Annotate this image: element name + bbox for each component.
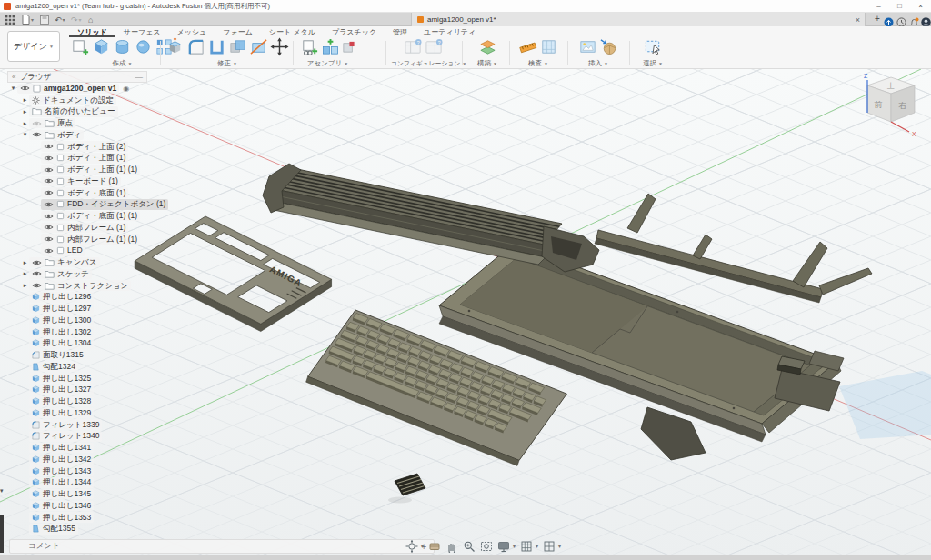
orbit-icon[interactable]	[405, 540, 418, 553]
ribbon-tab-0[interactable]: ソリッド	[69, 26, 115, 37]
visibility-eye-icon[interactable]	[20, 85, 30, 92]
visibility-eye-icon[interactable]	[44, 201, 54, 208]
group-label-construct[interactable]: 構築	[477, 59, 491, 67]
ribbon-tab-4[interactable]: シート メタル	[261, 26, 324, 37]
tree-row-32[interactable]: 押し出し1342	[7, 454, 147, 465]
viewcube-face-front[interactable]: 前	[875, 100, 883, 109]
tree-row-6[interactable]: ボディ・上面 (1)	[7, 153, 147, 165]
tree-expand-icon[interactable]: ▸	[21, 96, 29, 104]
ribbon-tab-6[interactable]: 管理	[385, 26, 415, 37]
visibility-eye-icon[interactable]	[44, 155, 54, 162]
visibility-eye-icon[interactable]	[32, 120, 42, 127]
fit-icon[interactable]	[480, 540, 493, 553]
group-label-configure[interactable]: コンフィギュレーション	[391, 60, 460, 66]
extrude-icon[interactable]	[92, 37, 111, 56]
tree-row-21[interactable]: 押し出し1302	[7, 326, 147, 338]
save-icon[interactable]	[40, 14, 49, 25]
viewports-icon[interactable]	[543, 540, 556, 553]
redo-icon[interactable]: ↷▾	[71, 14, 82, 25]
tree-row-27[interactable]: 押し出し1328	[7, 395, 147, 407]
new-tab-button[interactable]: +	[871, 13, 884, 26]
visibility-eye-icon[interactable]	[44, 166, 54, 174]
group-label-assemble[interactable]: アセンブリ	[307, 59, 342, 67]
tree-row-37[interactable]: 押し出し1353	[7, 512, 147, 524]
tree-row-11[interactable]: ボディ・底面 (1) (1)	[7, 210, 147, 222]
pan-icon[interactable]	[445, 540, 458, 553]
combine-icon[interactable]	[228, 37, 247, 56]
shell-icon[interactable]	[207, 37, 226, 56]
move-icon[interactable]	[270, 37, 289, 56]
tree-row-26[interactable]: 押し出し1327	[7, 385, 147, 396]
document-tab[interactable]: amiga1200_open v1* ×	[411, 13, 866, 26]
revolve-icon[interactable]	[113, 37, 132, 56]
select-icon[interactable]	[644, 37, 663, 56]
tree-expand-icon[interactable]: ▸	[21, 270, 29, 277]
tree-row-24[interactable]: 勾配1324	[7, 361, 147, 373]
tree-row-35[interactable]: 押し出し1345	[7, 488, 147, 500]
panel-scroll-arrow-icon[interactable]: ▾	[0, 487, 4, 495]
visibility-eye-icon[interactable]	[44, 224, 54, 231]
measure-icon[interactable]	[518, 37, 537, 56]
visibility-eye-icon[interactable]	[44, 213, 54, 220]
browser-panel-header[interactable]: « ブラウザ —	[7, 71, 147, 83]
orbit-caret-icon[interactable]: ▾	[421, 543, 424, 549]
split-body-icon[interactable]	[249, 37, 268, 56]
tree-row-9[interactable]: ボディ・底面 (1)	[7, 187, 147, 199]
group-label-inspect[interactable]: 検査	[528, 59, 542, 67]
tree-row-12[interactable]: 内部フレーム (1)	[7, 222, 147, 234]
construct-plane-icon[interactable]	[478, 37, 497, 56]
ribbon-tab-3[interactable]: フォーム	[215, 26, 261, 37]
group-label-select[interactable]: 選択	[643, 59, 656, 67]
file-menu-icon[interactable]: ▾	[22, 14, 34, 25]
visibility-eye-icon[interactable]	[32, 131, 42, 138]
grid-settings-icon[interactable]	[520, 540, 533, 553]
tree-row-29[interactable]: フィレット1339	[7, 419, 147, 431]
tree-row-13[interactable]: 内部フレーム (1) (1)	[7, 234, 147, 245]
tree-row-7[interactable]: ボディ・上面 (1) (1)	[7, 164, 147, 175]
visibility-eye-icon[interactable]	[44, 177, 54, 185]
minimize-button[interactable]: –	[868, 0, 889, 13]
group-label-insert[interactable]: 挿入	[588, 59, 602, 67]
visibility-eye-icon[interactable]	[44, 143, 54, 150]
tree-row-31[interactable]: 押し出し1341	[7, 442, 147, 454]
tree-row-36[interactable]: 押し出し1346	[7, 500, 147, 512]
configuration-icon[interactable]: ?	[404, 37, 423, 56]
visibility-eye-icon[interactable]	[44, 235, 54, 243]
tree-row-25[interactable]: 押し出し1325	[7, 373, 147, 385]
display-settings-caret-icon[interactable]: ▾	[513, 543, 516, 549]
tree-row-3[interactable]: ▸原点	[7, 117, 147, 129]
minimize-panel-icon[interactable]: —	[135, 73, 144, 82]
tree-row-5[interactable]: ボディ・上面 (2)	[7, 141, 147, 153]
visibility-eye-icon[interactable]	[44, 189, 54, 196]
tree-row-8[interactable]: キーボード (1)	[7, 175, 147, 187]
tree-expand-icon[interactable]: ▸	[21, 108, 29, 115]
tree-expand-icon[interactable]: ▸	[21, 259, 29, 266]
tree-row-2[interactable]: ▸名前の付いたビュー	[7, 106, 147, 118]
ribbon-tab-7[interactable]: ユーティリティ	[415, 26, 484, 37]
visibility-eye-icon[interactable]	[44, 247, 54, 255]
tree-row-10[interactable]: FDD・イジェクトボタン (1)	[7, 199, 147, 211]
tree-row-34[interactable]: 押し出し1344	[7, 477, 147, 489]
comment-bar[interactable]: コメント +	[9, 539, 435, 554]
tree-row-17[interactable]: ▸コンストラクション	[7, 280, 147, 292]
app-grid-icon[interactable]	[5, 14, 15, 25]
tree-expand-icon[interactable]: ▸	[21, 120, 29, 127]
tree-row-1[interactable]: ▸ドキュメントの設定	[7, 95, 147, 106]
tree-row-30[interactable]: フィレット1340	[7, 431, 147, 443]
viewcube-face-top[interactable]: 上	[886, 82, 895, 90]
new-component-icon[interactable]	[300, 37, 319, 56]
tree-row-38[interactable]: 勾配1355	[7, 524, 147, 535]
rigid-group-icon[interactable]	[342, 40, 355, 54]
zoom-icon[interactable]	[463, 540, 476, 553]
tree-row-0[interactable]: ▾amiga1200_open v1◉	[7, 83, 147, 95]
ribbon-tab-2[interactable]: メッシュ	[169, 26, 215, 37]
joint-icon[interactable]	[321, 37, 340, 56]
sweep-icon[interactable]	[134, 37, 153, 56]
viewports-caret-icon[interactable]: ▾	[558, 543, 561, 549]
create-sketch-icon[interactable]	[71, 37, 90, 56]
visibility-eye-icon[interactable]	[32, 270, 42, 277]
tree-expand-icon[interactable]: ▸	[21, 282, 29, 289]
tree-row-22[interactable]: 押し出し1304	[7, 338, 147, 350]
maximize-button[interactable]: □	[889, 0, 910, 13]
workspace-selector[interactable]: デザイン▼	[7, 31, 60, 62]
